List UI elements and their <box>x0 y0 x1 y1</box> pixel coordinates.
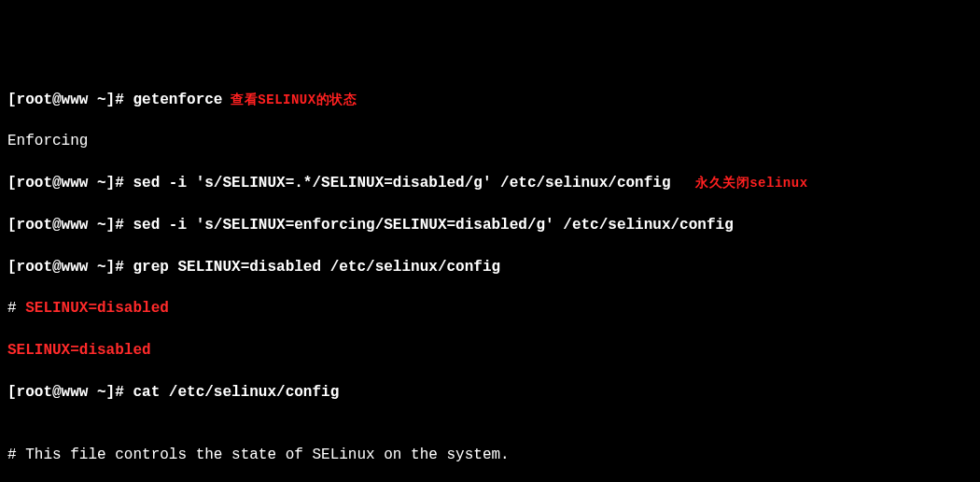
annotation-disable-selinux: 永久关闭selinux <box>671 176 808 191</box>
config-file-line: # This file controls the state of SELinu… <box>7 445 973 465</box>
command-text: sed -i 's/SELINUX=enforcing/SELINUX=disa… <box>133 217 733 234</box>
shell-prompt: [root@www ~]# <box>7 217 133 234</box>
shell-prompt: [root@www ~]# <box>7 175 133 191</box>
command-text: sed -i 's/SELINUX=.*/SELINUX=disabled/g'… <box>133 175 670 191</box>
grep-output-line-2: SELINUX=disabled <box>7 340 973 361</box>
shell-prompt: [root@www ~]# <box>7 384 133 401</box>
command-text: grep SELINUX=disabled /etc/selinux/confi… <box>133 259 500 276</box>
grep-match: SELINUX=disabled <box>25 300 169 317</box>
grep-output-line-1: # SELINUX=disabled <box>7 298 973 319</box>
annotation-getenforce: 查看SELINUX的状态 <box>222 92 357 107</box>
terminal-line[interactable]: [root@www ~]# sed -i 's/SELINUX=enforcin… <box>7 215 973 235</box>
terminal-line[interactable]: [root@www ~]# sed -i 's/SELINUX=.*/SELIN… <box>7 173 973 193</box>
shell-prompt: [root@www ~]# <box>7 259 133 276</box>
terminal-line[interactable]: [root@www ~]# grep SELINUX=disabled /etc… <box>7 257 973 277</box>
shell-prompt: [root@www ~]# <box>7 92 133 108</box>
grep-comment-prefix: # <box>7 300 25 317</box>
output-enforcing: Enforcing <box>7 131 973 151</box>
command-text: cat /etc/selinux/config <box>133 384 339 401</box>
command-text: getenforce <box>133 92 222 108</box>
terminal-line[interactable]: [root@www ~]# getenforce 查看SELINUX的状态 <box>7 90 973 110</box>
terminal-line[interactable]: [root@www ~]# cat /etc/selinux/config <box>7 382 973 403</box>
